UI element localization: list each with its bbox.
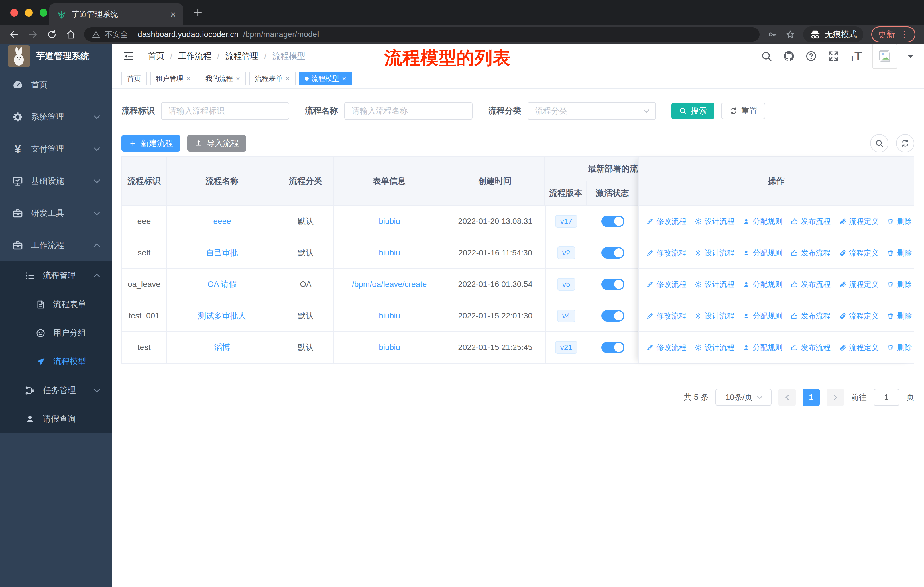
tab-close-icon[interactable]: ×	[170, 10, 176, 19]
delete-action[interactable]: 删除	[887, 311, 912, 321]
definition-action[interactable]: 流程定义	[839, 248, 879, 258]
sidebar-item-process-management[interactable]: 流程管理	[0, 261, 112, 290]
tag-close-icon[interactable]: ×	[285, 75, 290, 82]
active-toggle[interactable]	[602, 215, 624, 227]
back-icon[interactable]	[8, 29, 20, 40]
sidebar-item-workflow[interactable]: 工作流程	[0, 229, 112, 261]
page-size-select[interactable]: 10条/页	[716, 389, 772, 406]
reset-button[interactable]: 重置	[721, 103, 765, 119]
process-name-link[interactable]: 自己审批	[206, 247, 238, 258]
form-info-link[interactable]: biubiu	[379, 217, 400, 226]
edit-action[interactable]: 修改流程	[646, 342, 686, 352]
fullscreen-icon[interactable]	[827, 50, 840, 62]
process-key-input[interactable]	[161, 102, 289, 120]
publish-action[interactable]: 发布流程	[790, 279, 831, 289]
breadcrumb-item[interactable]: 流程模型	[272, 50, 305, 62]
sidebar-item-process-model[interactable]: 流程模型	[0, 347, 112, 376]
avatar-caret-icon[interactable]	[908, 55, 914, 61]
next-page-button[interactable]	[827, 389, 844, 406]
search-icon[interactable]	[761, 50, 772, 62]
import-process-button[interactable]: 导入流程	[187, 135, 246, 152]
sidebar-item-task-management[interactable]: 任务管理	[0, 376, 112, 405]
process-name-link[interactable]: 测试多审批人	[198, 311, 246, 321]
process-category-select[interactable]: 流程分类	[528, 102, 656, 120]
assign-action[interactable]: 分配规则	[742, 311, 782, 321]
active-toggle[interactable]	[602, 310, 624, 322]
publish-action[interactable]: 发布流程	[790, 342, 831, 352]
design-action[interactable]: 设计流程	[694, 248, 734, 258]
assign-action[interactable]: 分配规则	[742, 248, 782, 258]
new-tab-button[interactable]: +	[194, 5, 202, 21]
url-bar[interactable]: 不安全 dashboard.yudao.iocoder.cn /bpm/mana…	[84, 27, 760, 41]
bookmark-star-icon[interactable]	[785, 30, 795, 39]
create-process-button[interactable]: 新建流程	[121, 135, 180, 152]
sidebar-collapse-icon[interactable]	[122, 50, 135, 62]
home-icon[interactable]	[65, 29, 76, 40]
window-minimize-button[interactable]	[25, 9, 33, 17]
design-action[interactable]: 设计流程	[694, 279, 734, 289]
edit-action[interactable]: 修改流程	[646, 311, 686, 321]
definition-action[interactable]: 流程定义	[839, 217, 879, 227]
process-name-link[interactable]: eeee	[213, 217, 231, 226]
design-action[interactable]: 设计流程	[694, 217, 734, 227]
tag-close-icon[interactable]: ×	[342, 75, 346, 82]
sidebar-item-dev-tools[interactable]: 研发工具	[0, 197, 112, 229]
definition-action[interactable]: 流程定义	[839, 279, 879, 289]
breadcrumb-item[interactable]: 工作流程	[178, 50, 211, 62]
forward-icon[interactable]	[28, 29, 38, 40]
delete-action[interactable]: 删除	[887, 279, 912, 289]
sidebar-item-payment-management[interactable]: ¥支付管理	[0, 133, 112, 165]
search-button[interactable]: 搜索	[672, 103, 714, 119]
definition-action[interactable]: 流程定义	[839, 342, 879, 352]
design-action[interactable]: 设计流程	[694, 342, 734, 352]
active-toggle[interactable]	[602, 247, 624, 258]
assign-action[interactable]: 分配规则	[742, 279, 782, 289]
form-info-link[interactable]: biubiu	[379, 311, 400, 321]
tag-my-process[interactable]: 我的流程×	[200, 72, 246, 85]
breadcrumb-item[interactable]: 首页	[148, 50, 164, 62]
process-name-link[interactable]: OA 请假	[207, 279, 237, 290]
github-icon[interactable]	[783, 50, 795, 62]
active-toggle[interactable]	[602, 279, 624, 290]
form-info-link[interactable]: biubiu	[379, 248, 400, 257]
font-size-icon[interactable]: TT	[850, 50, 862, 62]
sidebar-item-system-management[interactable]: 系统管理	[0, 101, 112, 133]
reload-icon[interactable]	[46, 29, 57, 40]
sidebar-item-infrastructure[interactable]: 基础设施	[0, 165, 112, 197]
show-search-button[interactable]	[870, 134, 888, 152]
tag-close-icon[interactable]: ×	[186, 75, 190, 82]
tag-close-icon[interactable]: ×	[236, 75, 240, 82]
form-info-link[interactable]: /bpm/oa/leave/create	[352, 280, 427, 289]
tag-process-form[interactable]: 流程表单×	[249, 72, 295, 85]
sidebar-item-process-form[interactable]: 流程表单	[0, 290, 112, 319]
edit-action[interactable]: 修改流程	[646, 248, 686, 258]
sidebar-item-home[interactable]: 首页	[0, 69, 112, 101]
window-zoom-button[interactable]	[40, 9, 47, 17]
publish-action[interactable]: 发布流程	[790, 217, 831, 227]
prev-page-button[interactable]	[779, 389, 796, 406]
avatar[interactable]	[873, 44, 897, 68]
tag-process-model[interactable]: 流程模型×	[299, 72, 352, 85]
tag-home[interactable]: 首页	[121, 72, 147, 85]
browser-menu-icon[interactable]: ⋮	[900, 30, 909, 39]
definition-action[interactable]: 流程定义	[839, 311, 879, 321]
publish-action[interactable]: 发布流程	[790, 248, 831, 258]
edit-action[interactable]: 修改流程	[646, 279, 686, 289]
assign-action[interactable]: 分配规则	[742, 342, 782, 352]
sidebar-item-user-group[interactable]: 用户分组	[0, 319, 112, 347]
refresh-table-button[interactable]	[896, 134, 914, 152]
delete-action[interactable]: 删除	[887, 342, 912, 352]
assign-action[interactable]: 分配规则	[742, 217, 782, 227]
delete-action[interactable]: 删除	[887, 217, 912, 227]
security-warning-icon[interactable]	[92, 30, 100, 39]
goto-page-input[interactable]	[874, 389, 899, 406]
publish-action[interactable]: 发布流程	[790, 311, 831, 321]
page-number-button[interactable]: 1	[803, 389, 820, 406]
process-name-link[interactable]: 滔博	[214, 342, 230, 353]
sidebar-item-leave-query[interactable]: 请假查询	[0, 405, 112, 433]
help-icon[interactable]	[805, 50, 817, 62]
browser-tab[interactable]: 芋道管理系统 ×	[49, 3, 183, 25]
design-action[interactable]: 设计流程	[694, 311, 734, 321]
window-close-button[interactable]	[10, 9, 18, 17]
process-name-input[interactable]	[344, 102, 473, 120]
